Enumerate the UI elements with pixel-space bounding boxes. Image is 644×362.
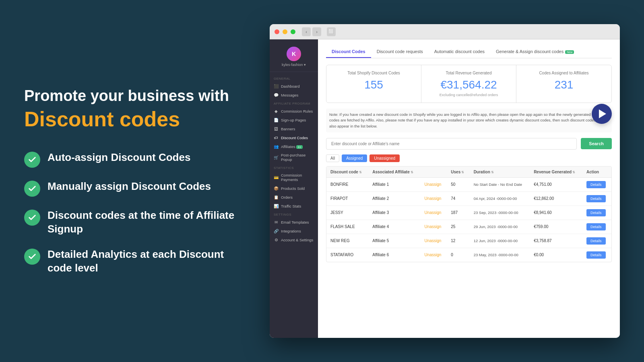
sidebar-item-dashboard[interactable]: ⬛ Dashboard xyxy=(270,82,318,90)
code-cell: FLASH SALE xyxy=(326,220,368,234)
th-revenue-generated[interactable]: Revenue Generated⇅ xyxy=(530,167,582,178)
unassign-link[interactable]: Unassign xyxy=(425,253,442,257)
sidebar-item-post-purchase-popup[interactable]: 🛒 Post-purchase Popup xyxy=(270,151,318,164)
nav-buttons: ‹ › xyxy=(302,27,321,36)
action-cell[interactable]: Details xyxy=(582,206,611,220)
sidebar-label: Post-purchase Popup xyxy=(281,153,314,162)
action-cell[interactable]: Details xyxy=(582,248,611,262)
search-input[interactable] xyxy=(326,138,577,150)
maximize-dot[interactable] xyxy=(291,29,295,34)
th-uses[interactable]: Uses⇅ xyxy=(447,167,469,178)
th-duration[interactable]: Duration⇅ xyxy=(470,167,530,178)
tab-discount-codes[interactable]: Discount Codes xyxy=(326,46,371,58)
stat-value: 231 xyxy=(523,78,605,91)
tab-generate-&-assign-discount-codes[interactable]: Generate & Assign discount codesNew xyxy=(490,46,580,58)
sidebar-logo: K kyles-fashion ▾ xyxy=(270,43,318,72)
browser-content: K kyles-fashion ▾ GENERAL⬛ Dashboard💬 Me… xyxy=(270,39,620,338)
details-button[interactable]: Details xyxy=(586,181,606,188)
sidebar-item-banners[interactable]: 🖼 Banners xyxy=(270,124,318,133)
th-action: Action xyxy=(582,167,611,178)
minimize-dot[interactable] xyxy=(283,29,287,34)
sidebar-label: Orders xyxy=(281,195,293,200)
sidebar-item-affiliates[interactable]: 👥 Affiliates11 xyxy=(270,142,318,151)
feature-item-f1: Auto-assign Discount Codes xyxy=(24,151,250,168)
tab-automatic-discount-codes[interactable]: Automatic discount codes xyxy=(429,46,490,58)
sidebar-icon: ◆ xyxy=(274,109,279,113)
forward-button[interactable]: › xyxy=(312,27,321,36)
promo-title-line2: Discount codes xyxy=(24,108,250,131)
code-cell: STATAFARO xyxy=(326,248,368,262)
filter-tab-assigned[interactable]: Assigned xyxy=(342,154,367,162)
filter-tab-all[interactable]: All xyxy=(326,154,339,162)
revenue-cell: €12,862.00 xyxy=(530,191,582,206)
th-discount-code[interactable]: Discount code⇅ xyxy=(326,167,368,178)
new-badge: New xyxy=(565,50,574,54)
sidebar-item-email-templates[interactable]: ✉ Email Templates xyxy=(270,218,318,226)
sidebar-item-account-&-settings[interactable]: ⚙ Account & Settings xyxy=(270,235,318,244)
play-button[interactable] xyxy=(592,104,612,124)
sidebar-item-commission-rules[interactable]: ◆ Commission Rules xyxy=(270,107,318,115)
duration-cell: 23 Sep, 2023 -0000-00-00 xyxy=(470,206,530,220)
back-button[interactable]: ‹ xyxy=(302,27,311,36)
sidebar-icon: 🔗 xyxy=(274,228,279,233)
sidebar-label: Banners xyxy=(281,127,295,131)
unassign-cell[interactable]: Unassign xyxy=(421,191,447,206)
sidebar-item-commission-payments[interactable]: 💳 Commission Payments xyxy=(270,171,318,184)
sidebar-item-orders[interactable]: 📋 Orders xyxy=(270,193,318,202)
sidebar-icon: 🛒 xyxy=(274,155,279,160)
stat-value: 155 xyxy=(333,78,415,91)
unassign-cell[interactable]: Unassign xyxy=(421,220,447,234)
main-content: Discount CodesDiscount code requestsAuto… xyxy=(318,39,620,338)
duration-cell: 04 Apr, 2024 -0000-00-00 xyxy=(470,191,530,206)
browser-titlebar: ‹ › ⬜ xyxy=(270,24,620,39)
sidebar-item-messages[interactable]: 💬 Messages xyxy=(270,90,318,99)
feature-item-f2: Manually assign Discount Codes xyxy=(24,180,250,197)
th-associated-affiliate[interactable]: Associated Affiliate⇅ xyxy=(368,167,420,178)
details-button[interactable]: Details xyxy=(586,251,606,259)
search-button[interactable]: Search xyxy=(581,138,612,149)
sidebar-item-integrations[interactable]: 🔗 Integrations xyxy=(270,226,318,235)
sidebar-label: Messages xyxy=(281,93,298,97)
action-cell[interactable]: Details xyxy=(582,191,611,206)
action-cell[interactable]: Details xyxy=(582,177,611,191)
badge: 11 xyxy=(296,145,303,149)
sidebar-item-sign-up-pages[interactable]: 📄 Sign-up Pages xyxy=(270,115,318,124)
feature-text: Manually assign Discount Codes xyxy=(47,180,211,193)
logo-icon: K xyxy=(287,47,301,61)
unassign-cell[interactable]: Unassign xyxy=(421,234,447,248)
stat-label: Total Shopify Discount Codes xyxy=(333,71,415,75)
sidebar-item-traffic-stats[interactable]: 📊 Traffic Stats xyxy=(270,202,318,210)
sidebar-item-discount-codes[interactable]: 🏷 Discount Codes xyxy=(270,133,318,142)
revenue-cell: €759.00 xyxy=(530,220,582,234)
revenue-cell: €3,758.87 xyxy=(530,234,582,248)
tab-discount-code-requests[interactable]: Discount code requests xyxy=(371,46,429,58)
sidebar-section-label: STATISTICS xyxy=(270,164,318,171)
action-cell[interactable]: Details xyxy=(582,234,611,248)
sidebar: K kyles-fashion ▾ GENERAL⬛ Dashboard💬 Me… xyxy=(270,39,318,338)
unassign-link[interactable]: Unassign xyxy=(425,210,442,215)
close-dot[interactable] xyxy=(275,29,279,34)
unassign-link[interactable]: Unassign xyxy=(425,196,442,201)
check-icon xyxy=(24,152,40,168)
action-cell[interactable]: Details xyxy=(582,220,611,234)
unassign-link[interactable]: Unassign xyxy=(425,239,442,243)
sidebar-item-products-sold[interactable]: 📦 Products Sold xyxy=(270,184,318,193)
details-button[interactable]: Details xyxy=(586,223,606,230)
unassign-cell[interactable]: Unassign xyxy=(421,177,447,191)
details-button[interactable]: Details xyxy=(586,195,606,202)
code-cell: NEW REG xyxy=(326,234,368,248)
logo-name[interactable]: kyles-fashion ▾ xyxy=(282,63,306,67)
details-button[interactable]: Details xyxy=(586,237,606,245)
unassign-cell[interactable]: Unassign xyxy=(421,248,447,262)
details-button[interactable]: Details xyxy=(586,209,606,216)
filter-tab-unassigned[interactable]: Unassigned xyxy=(369,154,400,162)
sidebar-label: Dashboard xyxy=(281,84,299,88)
sidebar-icon: ⬛ xyxy=(274,84,279,88)
sidebar-icon: 📊 xyxy=(274,204,279,208)
sidebar-section-label: AFFILIATE PROGRAM xyxy=(270,99,318,107)
unassign-link[interactable]: Unassign xyxy=(425,182,442,187)
unassign-link[interactable]: Unassign xyxy=(425,224,442,229)
unassign-cell[interactable]: Unassign xyxy=(421,206,447,220)
affiliate-cell: Affiliate 3 xyxy=(368,206,420,220)
sidebar-icon: ✉ xyxy=(274,220,279,224)
